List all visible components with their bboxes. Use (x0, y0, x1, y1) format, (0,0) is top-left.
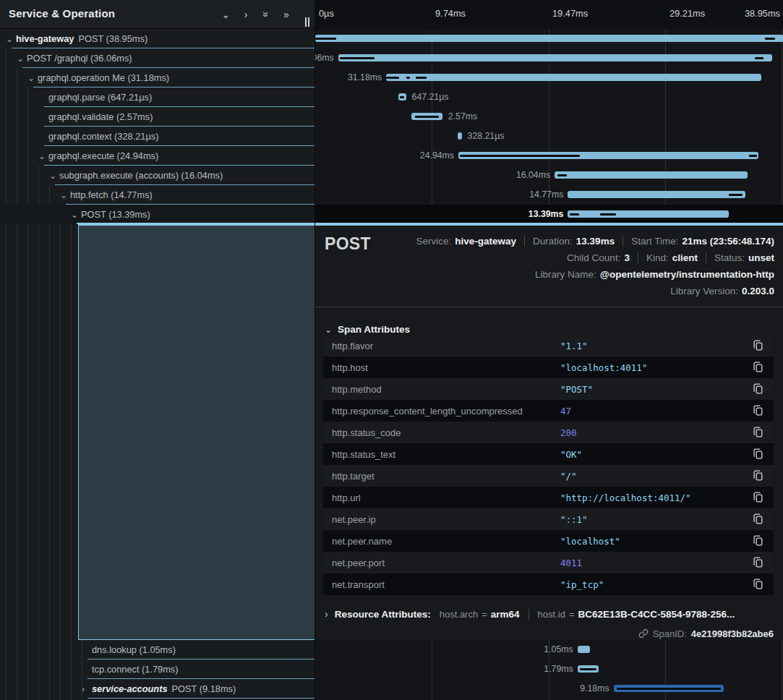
span-duration-bar[interactable] (315, 35, 783, 42)
attribute-row[interactable]: http.url"http://localhost:4011/" (323, 487, 774, 508)
span-attributes-toggle[interactable]: ⌄ Span Attributes (325, 324, 410, 335)
span-tree-row[interactable]: ⌄subgraph.execute (accounts) (16.04ms) (0, 166, 315, 185)
span-tree-row[interactable]: graphql.validate (2.57ms) (0, 107, 315, 127)
chevron-down-icon[interactable]: ⌄ (71, 211, 81, 218)
span-duration-bar[interactable] (578, 646, 590, 653)
attribute-row[interactable]: http.target"/" (323, 465, 774, 487)
span-duration-bar[interactable] (386, 74, 761, 81)
copy-icon[interactable] (752, 513, 763, 525)
span-tree-row[interactable]: ⌄hive-gatewayPOST (38.95ms) (0, 29, 315, 48)
chevron-right-icon[interactable]: › (241, 9, 251, 20)
span-duration-bar[interactable] (568, 210, 729, 218)
span-tree-row[interactable]: ›service-accountsPOST (9.18ms) (0, 679, 315, 699)
span-duration-bar[interactable] (458, 132, 461, 140)
meta-value: unset (748, 252, 774, 263)
copy-icon[interactable] (752, 427, 763, 438)
selected-span-left-panel (78, 224, 315, 640)
span-duration-bar[interactable] (398, 93, 406, 101)
span-duration-label: 24.94ms (315, 150, 454, 161)
span-tree-row[interactable]: ⌄POST /graphql (36.06ms) (0, 48, 315, 68)
attribute-row[interactable]: http.status_text"OK" (323, 443, 774, 465)
timeline-ruler[interactable]: 0µs9.74ms19.47ms29.21ms38.95ms (315, 0, 783, 29)
child-span-mark (600, 213, 616, 215)
copy-icon[interactable] (752, 557, 763, 568)
drag-handle-icon[interactable] (305, 17, 311, 27)
chevron-down-icon[interactable]: ⌄ (49, 172, 59, 179)
chevron-down-icon[interactable]: ⌄ (38, 153, 48, 160)
span-bar-row[interactable]: 36.06ms (315, 48, 783, 68)
span-row-underline (87, 698, 315, 699)
chevron-right-icon: › (325, 608, 328, 620)
span-tree-row[interactable]: graphql.context (328.21µs) (0, 127, 315, 146)
resource-equals: = (569, 609, 575, 620)
span-tree-row[interactable]: tcp.connect (1.79ms) (0, 660, 315, 679)
span-bar-row[interactable]: 1.79ms (315, 660, 783, 679)
attribute-row[interactable]: net.transport"ip_tcp" (323, 573, 774, 595)
attribute-row[interactable]: net.peer.port4011 (323, 552, 774, 573)
copy-icon[interactable] (752, 362, 763, 373)
chevron-down-icon[interactable]: ⌄ (27, 74, 38, 82)
chevron-down-icon[interactable]: ⌄ (17, 55, 27, 62)
span-bar-row[interactable]: 9.18ms (315, 679, 783, 699)
span-tree-row[interactable]: dns.lookup (1.05ms) (0, 640, 315, 660)
span-tree-row[interactable]: ⌄graphql.operation Me (31.18ms) (0, 68, 315, 88)
attribute-row[interactable]: net.peer.ip"::1" (323, 508, 774, 530)
copy-icon[interactable] (752, 470, 763, 482)
link-icon[interactable] (638, 628, 649, 639)
attribute-row[interactable]: http.host"localhost:4011" (323, 357, 774, 378)
attribute-row[interactable]: http.flavor"1.1" (323, 335, 774, 357)
child-span-mark (416, 77, 427, 79)
double-chevron-right-icon[interactable]: » (281, 9, 291, 20)
span-operation-title: POST (325, 234, 371, 254)
double-chevron-down-icon[interactable]: » (261, 9, 271, 20)
span-duration-bar[interactable] (458, 152, 758, 159)
span-bar-row[interactable]: 13.39ms (315, 205, 783, 224)
tree-indent-guide (49, 185, 50, 700)
span-bar-row[interactable]: 24.94ms (315, 146, 783, 166)
attribute-key: http.host (323, 362, 560, 373)
span-bar-row[interactable]: 1.05ms (315, 640, 783, 660)
attribute-row[interactable]: http.status_code200 (323, 422, 774, 443)
span-duration-bar[interactable] (578, 665, 599, 673)
child-span-mark (386, 77, 399, 79)
copy-icon[interactable] (752, 492, 763, 503)
meta-label: Kind: (646, 252, 669, 263)
span-operation-label: subgraph.execute (accounts) (16.04ms) (59, 170, 223, 181)
span-bar-row[interactable]: 328.21µs (315, 127, 783, 146)
copy-icon[interactable] (752, 535, 763, 547)
attribute-row[interactable]: http.method"POST" (323, 378, 774, 400)
chevron-right-icon[interactable]: › (82, 686, 92, 693)
span-duration-bar[interactable] (338, 54, 772, 61)
copy-icon[interactable] (752, 579, 763, 590)
span-duration-bar[interactable] (411, 113, 442, 120)
span-tree-row[interactable]: ⌄POST (13.39ms) (0, 205, 315, 224)
span-bar-row[interactable]: 647.21µs (315, 88, 783, 107)
span-bar-row[interactable] (315, 29, 783, 48)
chevron-down-icon[interactable]: ⌄ (221, 9, 231, 20)
span-duration-bar[interactable] (614, 685, 724, 692)
span-bar-row[interactable]: 31.18ms (315, 68, 783, 88)
copy-icon[interactable] (752, 340, 763, 351)
span-operation-label: dns.lookup (1.05ms) (92, 644, 176, 655)
chevron-down-icon[interactable]: ⌄ (6, 35, 16, 43)
span-duration-bar[interactable] (555, 171, 748, 179)
span-service-name: hive-gateway (16, 33, 74, 44)
span-bar-row[interactable]: 14.77ms (315, 185, 783, 205)
span-detail-panel: POST Service:hive-gatewayDuration:13.39m… (315, 224, 783, 640)
chevron-down-icon[interactable]: ⌄ (60, 192, 70, 199)
span-tree-row[interactable]: ⌄graphql.execute (24.94ms) (0, 146, 315, 166)
span-duration-bar[interactable] (568, 191, 745, 198)
child-span-mark (729, 194, 743, 196)
copy-icon[interactable] (752, 448, 763, 460)
span-tree-row[interactable]: graphql.parse (647.21µs) (0, 88, 315, 107)
resource-attributes-row[interactable]: ›Resource Attributes:host.arch=arm64host… (325, 605, 774, 623)
span-tree-row[interactable]: ⌄http.fetch (14.77ms) (0, 185, 315, 205)
attribute-row[interactable]: http.response_content_length_uncompresse… (323, 400, 774, 422)
copy-icon[interactable] (752, 383, 763, 395)
attribute-row[interactable]: net.peer.name"localhost" (323, 530, 774, 552)
span-bar-row[interactable]: 16.04ms (315, 166, 783, 185)
span-id-label: SpanID: (653, 628, 687, 639)
copy-icon[interactable] (752, 405, 763, 417)
attribute-value: "http://localhost:4011/" (560, 492, 691, 503)
span-bar-row[interactable]: 2.57ms (315, 107, 783, 127)
